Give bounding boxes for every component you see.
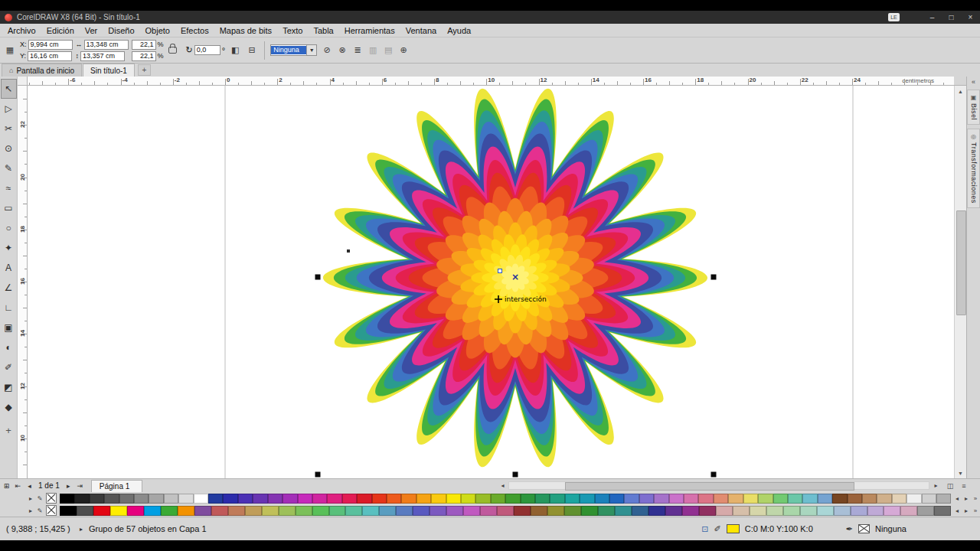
palette-flyout-icon[interactable]: ▸	[26, 495, 35, 502]
palette-swatch[interactable]	[413, 506, 430, 516]
palette-scroll-left-icon[interactable]: ◂	[952, 507, 962, 514]
palette-swatch[interactable]	[598, 506, 615, 516]
group-icon[interactable]: ▥	[366, 42, 380, 59]
wrap-text-icon[interactable]: ≣	[351, 42, 364, 59]
palette-swatch[interactable]	[194, 494, 208, 504]
scale-y-input[interactable]: 22,1	[132, 51, 156, 61]
chevron-down-icon[interactable]: ▼	[306, 45, 316, 55]
palette-swatch[interactable]	[665, 506, 682, 516]
pick-tool[interactable]: ↖	[1, 79, 17, 99]
new-document-tab-button[interactable]: +	[138, 64, 151, 76]
horizontal-scrollbar[interactable]	[508, 481, 929, 490]
palette-swatch[interactable]	[245, 506, 262, 516]
palette-swatch[interactable]	[669, 494, 684, 504]
crop-tool[interactable]: ✂	[1, 119, 17, 139]
palette-swatch[interactable]	[430, 506, 446, 516]
palette-swatch[interactable]	[783, 506, 800, 516]
outline-style-value[interactable]: Ninguna	[271, 46, 306, 54]
vertical-scrollbar-thumb[interactable]	[956, 210, 966, 315]
palette-swatch[interactable]	[345, 506, 362, 516]
outline-pen-icon[interactable]: ✒	[846, 524, 853, 534]
text-tool[interactable]: A	[1, 258, 17, 278]
palette-swatch[interactable]	[327, 494, 341, 504]
palette-swatch[interactable]	[228, 506, 245, 516]
palette-swatch[interactable]	[475, 494, 490, 504]
maximize-button[interactable]: □	[942, 11, 961, 24]
scroll-left-icon[interactable]: ◂	[498, 481, 508, 491]
menu-archivo[interactable]: Archivo	[2, 25, 41, 36]
minimize-button[interactable]: –	[923, 11, 942, 24]
no-color-swatch[interactable]	[46, 505, 57, 516]
palette-swatch[interactable]	[639, 494, 654, 504]
drawing-canvas[interactable]: ×intersección	[28, 86, 954, 478]
menu-ayuda[interactable]: Ayuda	[442, 25, 476, 36]
palette-swatch[interactable]	[800, 506, 817, 516]
palette-swatch[interactable]	[728, 494, 743, 504]
transparency-tool[interactable]: ◐	[1, 337, 17, 357]
palette-expand-icon[interactable]: »	[971, 495, 980, 502]
selection-handle[interactable]	[711, 472, 717, 478]
palette-swatch[interactable]	[834, 506, 851, 516]
palette-swatch[interactable]	[262, 506, 279, 516]
palette-swatch[interactable]	[223, 494, 237, 504]
lock-ratio-icon[interactable]	[168, 47, 177, 54]
palette-swatch[interactable]	[654, 494, 668, 504]
freehand-tool[interactable]: ✎	[1, 158, 17, 178]
palette-swatch[interactable]	[581, 506, 598, 516]
palette-scroll-right-icon[interactable]: ▸	[962, 495, 971, 502]
smart-fill-tool[interactable]: ◆	[1, 397, 17, 417]
horizontal-scrollbar-thumb[interactable]	[565, 482, 854, 491]
palette-swatch[interactable]	[110, 506, 127, 516]
palette-swatch[interactable]	[446, 506, 463, 516]
user-badge-icon[interactable]: LE	[888, 13, 900, 21]
palette-swatch[interactable]	[357, 494, 371, 504]
selection-handle[interactable]	[315, 275, 321, 280]
scroll-right-icon[interactable]: ▸	[931, 481, 941, 491]
object-position-icon[interactable]: ▦	[3, 42, 17, 59]
previous-page-icon[interactable]: ◂	[24, 482, 34, 490]
palette-swatch[interactable]	[342, 494, 357, 504]
object-height-input[interactable]: 13,357 cm	[80, 51, 125, 61]
palette-swatch[interactable]	[329, 506, 346, 516]
page-view-icon[interactable]: ◫	[945, 481, 956, 491]
selection-handle[interactable]	[711, 275, 717, 280]
palette-swatch[interactable]	[90, 494, 104, 504]
selection-handle[interactable]	[315, 472, 321, 478]
palette-edit-icon[interactable]: ✎	[35, 495, 44, 502]
palette-swatch[interactable]	[149, 494, 163, 504]
palette-swatch[interactable]	[580, 494, 594, 504]
next-page-icon[interactable]: ▸	[64, 482, 74, 490]
palette-swatch[interactable]	[766, 506, 783, 516]
palette-swatch[interactable]	[906, 494, 921, 504]
fill-color-swatch[interactable]	[727, 524, 740, 533]
palette-swatch[interactable]	[682, 506, 699, 516]
palette-swatch[interactable]	[862, 494, 877, 504]
palette-swatch[interactable]	[480, 506, 497, 516]
palette-swatch[interactable]	[521, 494, 535, 504]
palette-swatch[interactable]	[362, 506, 379, 516]
palette-swatch[interactable]	[416, 494, 431, 504]
palette-swatch[interactable]	[279, 506, 296, 516]
palette-swatch[interactable]	[268, 494, 283, 504]
palette-swatch[interactable]	[401, 494, 416, 504]
palette-swatch[interactable]	[743, 494, 758, 504]
palette-swatch[interactable]	[802, 494, 817, 504]
palette-swatch[interactable]	[758, 494, 773, 504]
palette-swatch[interactable]	[312, 506, 329, 516]
palette-swatch[interactable]	[134, 494, 149, 504]
object-node[interactable]	[498, 269, 502, 273]
palette-swatch[interactable]	[733, 506, 750, 516]
rectangle-tool[interactable]: ▭	[1, 198, 17, 218]
palette-swatch[interactable]	[514, 506, 531, 516]
first-page-icon[interactable]: ⇤	[13, 482, 23, 490]
edit-fill-icon[interactable]: ⊘	[320, 42, 334, 59]
palette-swatch[interactable]	[387, 494, 401, 504]
palette-swatch[interactable]	[119, 494, 134, 504]
rotation-angle-input[interactable]: 0,0	[194, 45, 220, 55]
last-page-icon[interactable]: ⇥	[75, 482, 85, 490]
y-position-input[interactable]: 16,16 cm	[28, 51, 72, 61]
palette-swatch[interactable]	[208, 494, 223, 504]
palette-swatch[interactable]	[77, 506, 93, 516]
curve-node[interactable]	[347, 249, 350, 253]
polygon-tool[interactable]: ✦	[1, 238, 17, 258]
